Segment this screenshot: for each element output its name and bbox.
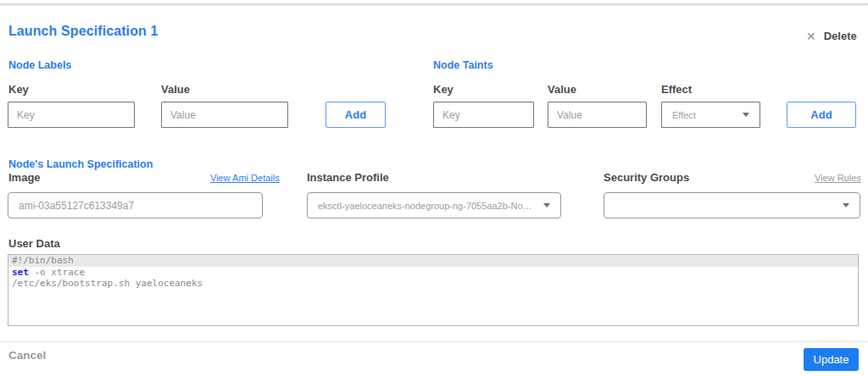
code-line: #!/bin/bash — [8, 255, 858, 267]
node-labels-value-input[interactable] — [161, 102, 288, 128]
node-labels-value-label: Value — [161, 83, 190, 96]
code-line: set -o xtrace — [8, 267, 858, 279]
effect-select-placeholder: Effect — [662, 110, 736, 120]
image-label: Image — [8, 171, 41, 184]
delete-button-label: Delete — [824, 30, 857, 42]
footer-divider — [0, 341, 868, 342]
node-labels-add-button[interactable]: Add — [326, 102, 386, 128]
delete-button[interactable]: ✕ Delete — [806, 30, 857, 42]
chevron-down-icon — [543, 203, 550, 207]
chevron-down-icon — [843, 203, 849, 207]
close-icon: ✕ — [806, 30, 816, 42]
node-taints-key-input[interactable] — [433, 102, 534, 128]
instance-profile-value: eksctl-yaeloceaneks-nodegroup-ng-7055aa2… — [308, 201, 537, 211]
node-labels-section-title: Node Labels — [8, 59, 71, 71]
code-line: /etc/eks/bootstrap.sh yaeloceaneks — [8, 278, 858, 290]
instance-profile-label: Instance Profile — [307, 171, 389, 184]
node-taints-effect-select[interactable]: Effect — [661, 102, 760, 128]
security-groups-label: Security Groups — [604, 171, 689, 184]
node-taints-effect-label: Effect — [661, 83, 692, 96]
launch-spec-section-title: Node's Launch Specification — [8, 158, 153, 170]
page-title: Launch Specification 1 — [8, 24, 158, 39]
node-labels-key-label: Key — [8, 83, 29, 96]
launch-specification-panel: Launch Specification 1 ✕ Delete Node Lab… — [0, 0, 868, 376]
update-button[interactable]: Update — [804, 348, 859, 371]
node-labels-key-input[interactable] — [8, 102, 135, 128]
user-data-label: User Data — [8, 237, 60, 250]
node-taints-add-button[interactable]: Add — [787, 102, 856, 128]
user-data-code-editor[interactable]: #!/bin/bash set -o xtrace /etc/eks/boots… — [8, 254, 859, 326]
view-ami-details-link[interactable]: View Ami Details — [210, 173, 280, 183]
top-divider — [0, 3, 868, 5]
code-keyword: set — [12, 267, 29, 278]
image-ami-input[interactable] — [8, 192, 263, 218]
node-taints-section-title: Node Taints — [433, 59, 493, 71]
chevron-down-icon — [743, 113, 749, 117]
security-groups-select[interactable] — [604, 192, 860, 218]
instance-profile-select[interactable]: eksctl-yaeloceaneks-nodegroup-ng-7055aa2… — [307, 192, 561, 218]
view-rules-link[interactable]: View Rules — [815, 173, 861, 183]
cancel-button[interactable]: Cancel — [8, 349, 46, 362]
node-taints-key-label: Key — [433, 83, 453, 96]
node-taints-value-input[interactable] — [548, 102, 647, 128]
code-text: -o xtrace — [29, 267, 85, 278]
node-taints-value-label: Value — [548, 83, 576, 96]
